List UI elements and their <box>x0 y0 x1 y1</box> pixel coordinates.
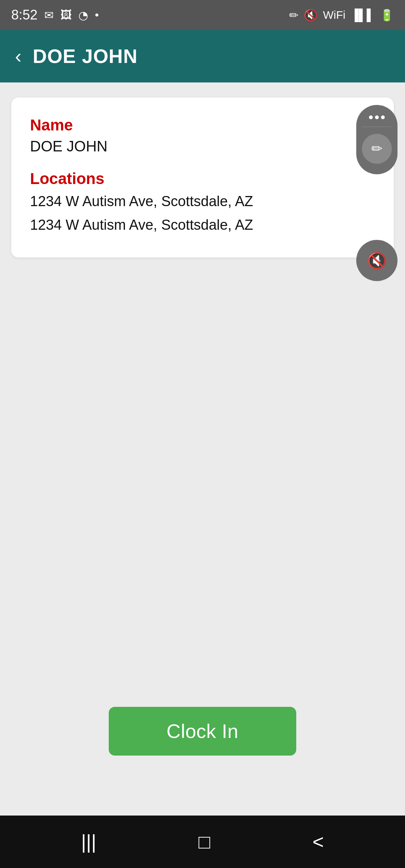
status-bar-right: ✏ 🔇 WiFi ▐▌▌ 🔋 <box>289 9 394 22</box>
battery-status-icon: 🔋 <box>380 9 394 22</box>
locations-field: Locations 1234 W Autism Ave, Scottsdale,… <box>30 170 375 235</box>
home-button[interactable]: □ <box>198 831 210 853</box>
edit-status-icon: ✏ <box>289 9 298 22</box>
dot-icon: • <box>95 9 99 21</box>
edit-button[interactable]: ✏ <box>362 134 392 164</box>
message-icon: ✉ <box>44 9 54 22</box>
info-card: Name DOE JOHN Locations 1234 W Autism Av… <box>11 97 394 257</box>
main-content: Name DOE JOHN Locations 1234 W Autism Av… <box>0 82 405 816</box>
panel-bottom-section: ✏ <box>362 127 392 164</box>
header-title: DOE JOHN <box>33 45 138 67</box>
name-field: Name DOE JOHN <box>30 116 375 155</box>
back-button[interactable]: ‹ <box>15 46 21 66</box>
nav-bar: ||| □ < <box>0 816 405 868</box>
location-item-1: 1234 W Autism Ave, Scottsdale, AZ <box>30 192 375 211</box>
mute-float-button[interactable]: 🔇 <box>356 240 398 281</box>
more-options-icon[interactable] <box>369 115 385 119</box>
clock-icon: ◔ <box>78 9 88 22</box>
wifi-status-icon: WiFi <box>323 9 345 21</box>
mute-status-icon: 🔇 <box>304 9 318 22</box>
signal-status-icon: ▐▌▌ <box>351 9 375 21</box>
floating-action-panel: ✏ <box>356 105 398 174</box>
locations-label: Locations <box>30 170 375 188</box>
clock-in-button[interactable]: Clock In <box>109 707 296 756</box>
recent-apps-button[interactable]: ||| <box>81 831 96 853</box>
header: ‹ DOE JOHN <box>0 30 405 82</box>
back-nav-button[interactable]: < <box>312 831 324 853</box>
status-bar: 8:52 ✉ 🖼 ◔ • ✏ 🔇 WiFi ▐▌▌ 🔋 <box>0 0 405 30</box>
time-display: 8:52 <box>11 7 38 23</box>
panel-top-section <box>369 115 385 127</box>
location-item-2: 1234 W Autism Ave, Scottsdale, AZ <box>30 215 375 235</box>
name-label: Name <box>30 116 375 134</box>
image-icon: 🖼 <box>60 9 72 21</box>
status-bar-left: 8:52 ✉ 🖼 ◔ • <box>11 7 99 23</box>
name-value: DOE JOHN <box>30 138 375 155</box>
